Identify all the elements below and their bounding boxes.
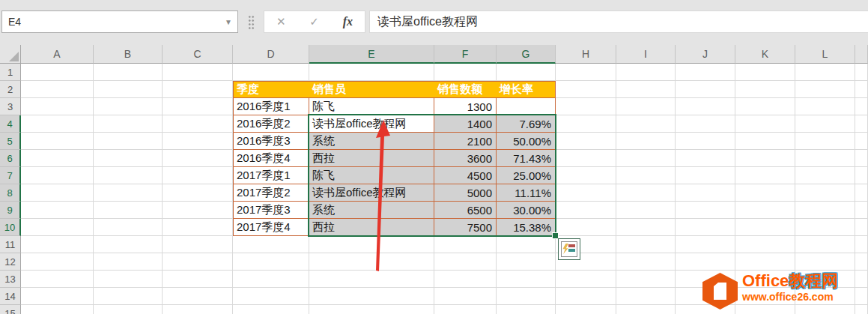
grid-cell[interactable] — [795, 98, 855, 115]
row-header-9[interactable]: 9 — [0, 202, 21, 219]
table-header-cell[interactable]: 销售数额 — [434, 81, 497, 98]
grid-cell[interactable] — [855, 115, 868, 133]
grid-cell[interactable] — [616, 236, 676, 253]
table-cell[interactable] — [497, 98, 556, 115]
grid-cell[interactable] — [795, 150, 855, 167]
grid-cell[interactable] — [855, 81, 868, 98]
grid-cell[interactable] — [556, 115, 616, 133]
row-header-2[interactable]: 2 — [0, 81, 21, 98]
grid-cell[interactable] — [676, 64, 735, 81]
grid-cell[interactable] — [94, 202, 163, 219]
grid-cell[interactable] — [233, 236, 309, 253]
grid-cell[interactable] — [616, 271, 676, 288]
grid-cell[interactable] — [434, 288, 497, 305]
grid-cell[interactable] — [795, 253, 855, 271]
column-header-J[interactable]: J — [676, 45, 735, 64]
grid-cell[interactable] — [21, 288, 94, 305]
grid-cell[interactable] — [795, 219, 855, 236]
table-cell[interactable]: 2016季度2 — [233, 115, 309, 133]
grid-cell[interactable] — [855, 133, 868, 150]
grid-cell[interactable] — [434, 253, 497, 271]
row-header-5[interactable]: 5 — [0, 133, 21, 150]
table-cell[interactable]: 系统 — [309, 133, 434, 150]
table-cell[interactable]: 7.69% — [497, 115, 556, 133]
table-cell[interactable]: 2016季度1 — [233, 98, 309, 115]
grid-cell[interactable] — [309, 271, 434, 288]
grid-cell[interactable] — [556, 133, 616, 150]
column-header-H[interactable]: H — [556, 45, 616, 64]
grid-cell[interactable] — [163, 271, 233, 288]
grid-cell[interactable] — [163, 64, 233, 81]
grid-cell[interactable] — [795, 184, 855, 202]
grid-cell[interactable] — [855, 202, 868, 219]
grid-cell[interactable] — [556, 305, 616, 314]
grid-cell[interactable] — [163, 253, 233, 271]
grid-cell[interactable] — [309, 236, 434, 253]
grid-cell[interactable] — [795, 64, 855, 81]
grid-cell[interactable] — [556, 64, 616, 81]
table-cell[interactable]: 7500 — [434, 219, 497, 236]
grid-cell[interactable] — [233, 271, 309, 288]
grid-cell[interactable] — [21, 150, 94, 167]
grid-cell[interactable] — [94, 236, 163, 253]
grid-cell[interactable] — [21, 133, 94, 150]
row-header-8[interactable]: 8 — [0, 184, 21, 202]
grid-cell[interactable] — [735, 115, 795, 133]
grid-cell[interactable] — [434, 271, 497, 288]
grid-cell[interactable] — [233, 288, 309, 305]
grid-cell[interactable] — [556, 98, 616, 115]
grid-cell[interactable] — [21, 271, 94, 288]
table-cell[interactable]: 6500 — [434, 202, 497, 219]
column-header-I[interactable]: I — [616, 45, 676, 64]
grid-cell[interactable] — [795, 133, 855, 150]
row-header-15[interactable]: 15 — [0, 305, 21, 314]
grid-cell[interactable] — [163, 133, 233, 150]
cancel-icon[interactable]: ✕ — [276, 15, 286, 28]
name-box-dropdown-icon[interactable]: ▼ — [219, 18, 237, 26]
grid-cell[interactable] — [21, 184, 94, 202]
grid-cell[interactable] — [795, 81, 855, 98]
grid-cell[interactable] — [676, 167, 735, 184]
grid-cell[interactable] — [616, 219, 676, 236]
grid-cell[interactable] — [556, 81, 616, 98]
column-header-E[interactable]: E — [309, 45, 434, 64]
grid-cell[interactable] — [795, 236, 855, 253]
grid-cell[interactable] — [795, 167, 855, 184]
grid-cell[interactable] — [21, 305, 94, 314]
grid-cell[interactable] — [735, 219, 795, 236]
grid-cell[interactable] — [676, 202, 735, 219]
grid-cell[interactable] — [163, 219, 233, 236]
column-header-G[interactable]: G — [497, 45, 556, 64]
table-cell[interactable]: 71.43% — [497, 150, 556, 167]
grid-cell[interactable] — [855, 271, 868, 288]
grid-cell[interactable] — [855, 236, 868, 253]
grid-cell[interactable] — [163, 288, 233, 305]
grid-cell[interactable] — [735, 150, 795, 167]
grid-cell[interactable] — [21, 167, 94, 184]
grid-cell[interactable] — [616, 98, 676, 115]
table-cell[interactable]: 30.00% — [497, 202, 556, 219]
grid-cell[interactable] — [497, 288, 556, 305]
grid-cell[interactable] — [94, 167, 163, 184]
grid-cell[interactable] — [735, 133, 795, 150]
grid-cell[interactable] — [309, 305, 434, 314]
table-cell[interactable]: 陈飞 — [309, 167, 434, 184]
table-cell[interactable]: 4500 — [434, 167, 497, 184]
grid-cell[interactable] — [21, 81, 94, 98]
grid-cell[interactable] — [309, 253, 434, 271]
grid-cell[interactable] — [676, 219, 735, 236]
grid-cell[interactable] — [94, 98, 163, 115]
grid-cell[interactable] — [676, 236, 735, 253]
row-header-13[interactable]: 13 — [0, 271, 21, 288]
row-header-1[interactable]: 1 — [0, 64, 21, 81]
grid-cell[interactable] — [676, 115, 735, 133]
row-header-6[interactable]: 6 — [0, 150, 21, 167]
grid-cell[interactable] — [556, 271, 616, 288]
grid-cell[interactable] — [497, 271, 556, 288]
grid-cell[interactable] — [616, 184, 676, 202]
grid-cell[interactable] — [309, 64, 434, 81]
table-cell[interactable]: 西拉 — [309, 150, 434, 167]
grid-cell[interactable] — [94, 271, 163, 288]
grid-cell[interactable] — [233, 305, 309, 314]
table-cell[interactable]: 陈飞 — [309, 98, 434, 115]
